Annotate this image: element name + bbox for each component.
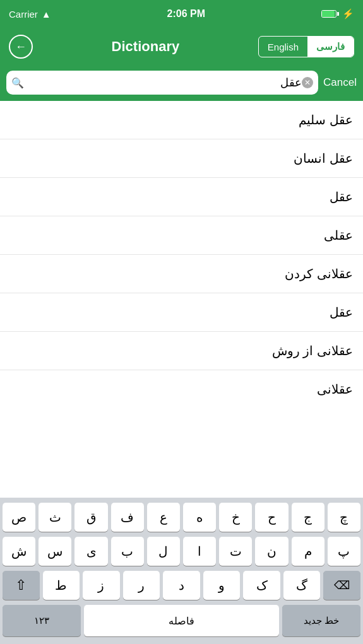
charge-icon: ⚡ [342, 8, 354, 20]
key-ک[interactable]: ک [243, 571, 280, 600]
key-ق[interactable]: ق [74, 503, 107, 532]
key-م[interactable]: م [292, 537, 324, 566]
key-ب[interactable]: ب [111, 537, 144, 566]
list-item[interactable]: عقل [0, 293, 363, 332]
key-پ[interactable]: پ [328, 537, 360, 566]
key-ع[interactable]: ع [147, 503, 180, 532]
keyboard-row-1: صثقفعهخحجچ [3, 503, 360, 532]
key-ر[interactable]: ر [123, 571, 160, 600]
key-د[interactable]: د [163, 571, 200, 600]
key-ا[interactable]: ا [183, 537, 216, 566]
key-س[interactable]: س [39, 537, 71, 566]
key-گ[interactable]: گ [283, 571, 321, 600]
key-ش[interactable]: ش [3, 537, 35, 566]
lang-farsi-button[interactable]: فارسی [307, 37, 354, 57]
nav-bar: ← Dictionary English فارسی [0, 28, 363, 66]
status-time: 2:06 PM [167, 8, 205, 20]
results-list: عقل سلیمعقل انسانعقلعقلیعقلانی کردنعقلعق… [0, 101, 363, 408]
key-ط[interactable]: ط [43, 571, 80, 600]
key-خط جدید[interactable]: خط جدید [282, 605, 360, 636]
keyboard-row-3: ⇧ طزردوکگ⌫ [3, 571, 360, 600]
shift-key[interactable]: ⇧ [3, 571, 40, 600]
key-ص[interactable]: ص [3, 503, 35, 532]
key-ن[interactable]: ن [255, 537, 288, 566]
list-item[interactable]: عقلانی [0, 370, 363, 408]
wifi-icon: ▲ [42, 9, 51, 20]
key-ی[interactable]: ی [74, 537, 107, 566]
key-ج[interactable]: ج [292, 503, 324, 532]
list-item[interactable]: عقل انسان [0, 139, 363, 178]
key-ل[interactable]: ل [147, 537, 180, 566]
list-item[interactable]: عقلی [0, 216, 363, 255]
delete-key[interactable]: ⌫ [323, 571, 360, 600]
key-ه[interactable]: ه [183, 503, 216, 532]
page-title: Dictionary [112, 38, 180, 55]
key-ح[interactable]: ح [255, 503, 288, 532]
keyboard-row-4: ۱۲۳فاصلهخط جدید [3, 605, 360, 636]
carrier-label: Carrier [9, 9, 38, 20]
search-bar: 🔍 ✕ Cancel [0, 66, 363, 101]
keyboard-row-2: شسیبلاتنمپ [3, 537, 360, 566]
language-toggle: English فارسی [258, 36, 354, 57]
search-input[interactable] [28, 76, 302, 90]
key-خ[interactable]: خ [219, 503, 252, 532]
clear-button[interactable]: ✕ [302, 77, 313, 88]
status-right: ⚡ [321, 8, 354, 20]
list-item[interactable]: عقل [0, 178, 363, 216]
lang-english-button[interactable]: English [259, 37, 307, 57]
back-arrow-icon: ← [15, 41, 27, 52]
list-item[interactable]: عقلانی کردن [0, 255, 363, 293]
search-icon: 🔍 [11, 77, 24, 89]
list-item[interactable]: عقل سلیم [0, 101, 363, 139]
key-فاصله[interactable]: فاصله [84, 605, 279, 636]
key-چ[interactable]: چ [328, 503, 360, 532]
key-۱۲۳[interactable]: ۱۲۳ [3, 605, 81, 636]
key-و[interactable]: و [203, 571, 241, 600]
list-item[interactable]: عقلانی از روش [0, 332, 363, 370]
battery-icon [321, 10, 339, 18]
cancel-button[interactable]: Cancel [323, 76, 357, 89]
key-ز[interactable]: ز [83, 571, 120, 600]
search-input-wrap: 🔍 ✕ [6, 71, 318, 95]
status-bar: Carrier ▲ 2:06 PM ⚡ [0, 0, 363, 28]
back-button[interactable]: ← [9, 35, 33, 59]
key-ث[interactable]: ث [39, 503, 71, 532]
status-left: Carrier ▲ [9, 9, 51, 20]
key-ت[interactable]: ت [219, 537, 252, 566]
keyboard: صثقفعهخحجچ شسیبلاتنمپ ⇧ طزردوکگ⌫ ۱۲۳فاصل… [0, 498, 363, 644]
key-ف[interactable]: ف [111, 503, 144, 532]
